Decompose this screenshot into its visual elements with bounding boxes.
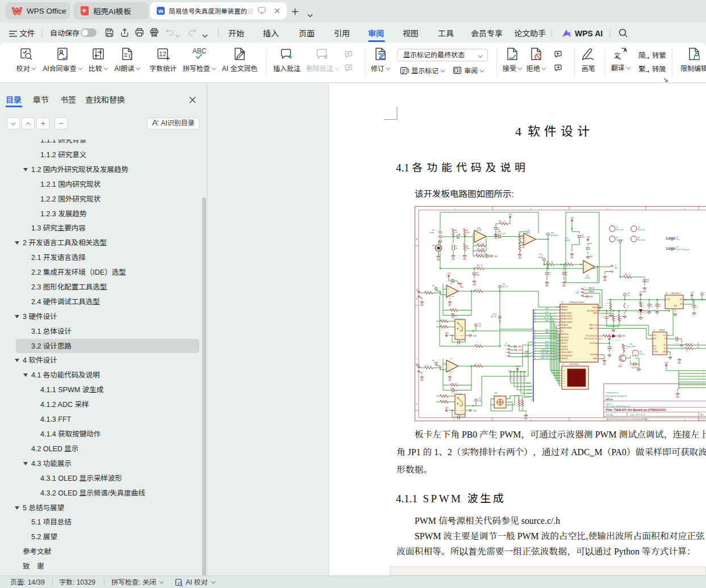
svg-text:R16: R16 [425,290,428,292]
svg-text:TP8: TP8 [627,292,630,295]
svg-text:Passive: Passive [640,353,645,355]
svg-text:J3: J3 [615,264,616,267]
svg-text:PA12/WOSI: PA12/WOSI [561,337,569,339]
svg-text:GND: GND [448,379,452,381]
svg-text:C: C [416,357,417,360]
svg-text:SW1: SW1 [478,325,482,327]
svg-text:TP6: TP6 [432,285,435,287]
svg-text:1uF: 1uF [463,340,466,342]
svg-text:Date: 2021-11-29: Date: 2021-11-29 [630,414,645,416]
svg-text:STA-NPN6Q2: STA-NPN6Q2 [612,339,620,341]
svg-text:1uF: 1uF [582,236,584,238]
svg-text:1: 1 [585,287,586,289]
svg-text:−: − [448,292,449,295]
svg-text:Jumper: Jumper [429,232,435,234]
svg-text:VOUT: VOUT [666,299,671,301]
svg-text:R12: R12 [477,264,480,267]
svg-text:GND: GND [678,362,681,364]
svg-text:H3: H3 [676,246,679,249]
svg-text:OLED_DIN: OLED_DIN [541,354,549,356]
svg-text:OLED_DC: OLED_DC [541,349,549,351]
svg-text:Ain1: Ain1 [416,289,420,292]
svg-text:EN: EN [680,303,682,305]
svg-text:VCC: VCC [663,334,667,337]
svg-text:R35: R35 [625,274,628,276]
svg-text:110k: 110k [444,400,448,401]
svg-text:TP5: TP5 [432,360,435,362]
svg-text:PA3/VT_RX: PA3/VT_RX [590,324,598,326]
svg-text:1uF: 1uF [696,307,699,309]
svg-text:1R: 1R [429,365,431,367]
svg-text:Q1: Q1 [620,363,622,366]
svg-text:U5: U5 [450,358,452,360]
svg-text:GND: GND [420,304,424,306]
svg-text:1nF: 1nF [549,274,552,276]
svg-text:RTS: RTS [653,345,656,347]
svg-text:GND: GND [437,259,440,261]
svg-text:4: 4 [684,207,686,210]
svg-text:GND: GND [420,379,424,381]
svg-text:0.1uF: 0.1uF [675,343,679,345]
svg-text:12: 12 [159,51,166,57]
svg-text:H1: H1 [616,226,619,229]
svg-text:H3: H3 [616,237,619,239]
svg-text:GND: GND [452,258,455,261]
svg-text:U1A: U1A [477,227,481,229]
svg-text:R27: R27 [566,262,569,263]
svg-text:VDD/VDDA: VDD/VDDA [590,342,598,345]
svg-text:R25: R25 [440,400,442,401]
svg-text:33pF: 33pF [481,248,484,250]
svg-text:SWD: SWD [575,292,579,294]
svg-text:TP2: TP2 [478,323,481,325]
svg-text:TP4: TP4 [502,283,506,285]
svg-text:PA7/ADC7/WOS1: PA7/ADC7/WOS1 [561,318,573,320]
svg-text:Key1: Key1 [545,311,549,313]
svg-text:R7: R7 [466,229,469,232]
svg-text:G031_TM_Barcode: G031_TM_Barcode [676,249,690,251]
svg-text:ABC: ABC [193,47,207,55]
svg-text:10: 10 [503,220,505,222]
svg-text:1: 1 [454,418,456,421]
svg-text:R8: R8 [466,245,469,247]
svg-text:MK1: MK1 [432,245,436,247]
svg-text:PB3/SCK: PB3/SCK [561,342,567,345]
svg-text:KiCad E.D.A. kicad (6.0.0-rc1: KiCad E.D.A. kicad (6.0.0-rc1-314-g10be4… [606,418,648,421]
svg-text:D3 1N4148: D3 1N4148 [632,367,640,369]
svg-text:PC15-OSC32_OUT: PC15-OSC32_OUT [584,338,598,340]
svg-text:PC14-OSC32_IN: PC14-OSC32_IN [586,335,598,337]
svg-text:BZ1: BZ1 [640,351,642,353]
svg-text:TXD: TXD [653,334,656,337]
svg-text:R10: R10 [499,220,502,222]
svg-text:PB1/ADC9: PB1/ADC9 [561,324,569,326]
svg-text:+3V3: +3V3 [690,292,694,294]
svg-text:H4: H4 [638,237,640,239]
svg-text:1nF: 1nF [566,274,569,276]
svg-text:H2: H2 [676,236,679,238]
svg-text:+3V3: +3V3 [639,291,643,293]
svg-text:U1B: U1B [527,230,530,232]
svg-text:2: 2 [506,348,507,350]
svg-text:U5: U5 [450,283,452,285]
svg-text:GND: GND [494,255,498,258]
svg-text:+: + [476,233,477,236]
svg-text:+3V3: +3V3 [445,407,449,409]
svg-text:GND: GND [603,363,606,366]
svg-text:+3V3: +3V3 [447,272,451,275]
svg-text:−: − [448,367,449,369]
svg-text:R23: R23 [440,325,442,326]
svg-text:GND: GND [545,285,549,287]
svg-text:1: 1 [454,207,456,210]
svg-text:SWCLK/BOOT0: SWCLK/BOOT0 [587,310,598,312]
svg-text:GND: GND [562,285,566,287]
svg-text:R16: R16 [425,365,428,367]
svg-text:GND: GND [473,335,477,337]
svg-text:File: Instru_G031.kicad_sch: File: Instru_G031.kicad_sch [606,405,630,408]
svg-text:R24: R24 [440,394,442,396]
svg-text:Key4: Key4 [545,343,549,346]
svg-text:100k: 100k [481,243,484,245]
svg-text:LMV358: LMV358 [476,229,482,232]
svg-text:+3V3: +3V3 [665,362,669,364]
svg-text:ME6206A-3.3: ME6206A-3.3 [671,292,680,295]
svg-text:5.1k: 5.1k [690,343,693,345]
svg-text:MS8061: MS8061 [449,296,454,297]
